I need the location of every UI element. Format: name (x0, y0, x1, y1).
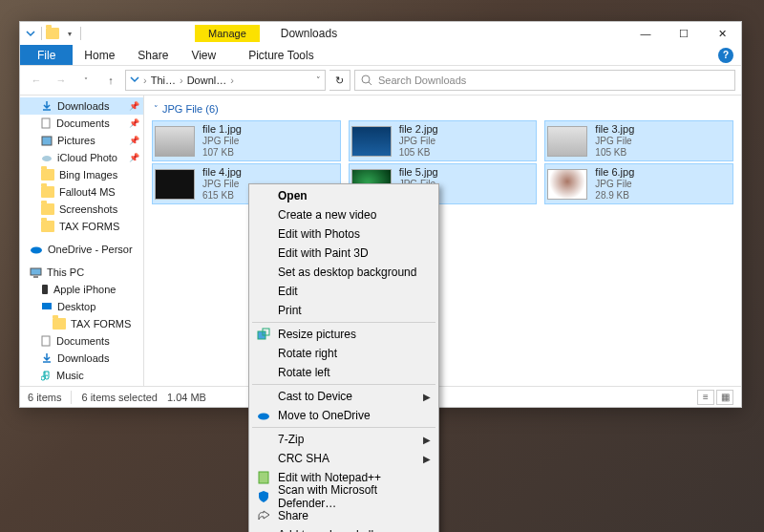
tiles-view-icon[interactable]: ▦ (716, 390, 733, 405)
chevron-down-icon[interactable]: ˅ (316, 75, 321, 85)
menu-edit-photos[interactable]: Edit with Photos (251, 224, 436, 244)
minimize-button[interactable]: — (626, 22, 665, 45)
file-grid: file 1.jpgJPG File107 KB file 2.jpgJPG F… (152, 120, 733, 204)
file-item[interactable]: file 1.jpgJPG File107 KB (152, 120, 341, 161)
context-menu: Open Create a new video Edit with Photos… (248, 183, 439, 532)
tab-file[interactable]: File (20, 45, 73, 65)
nav-iphone[interactable]: Apple iPhone (20, 281, 143, 298)
nav-fallout[interactable]: Fallout4 MS (20, 183, 143, 201)
tab-home[interactable]: Home (73, 45, 126, 65)
menu-resize-pictures[interactable]: Resize pictures (251, 325, 436, 344)
menu-rotate-left[interactable]: Rotate left (251, 363, 436, 382)
picture-icon (41, 136, 53, 146)
menu-label: Cast to Device (278, 390, 352, 403)
crumb-downloads[interactable]: Downl… (187, 74, 227, 86)
file-item[interactable]: file 3.jpgJPG File105 KB (544, 120, 733, 161)
search-input[interactable]: Search Downloads (354, 70, 735, 91)
maximize-button[interactable]: ☐ (665, 22, 703, 45)
nav-music[interactable]: Music (20, 367, 143, 384)
refresh-button[interactable]: ↻ (329, 70, 350, 91)
group-header[interactable]: ˅ JPG File (6) (152, 101, 733, 120)
nav-documents[interactable]: Documents📌 (20, 115, 143, 132)
svg-point-0 (362, 75, 370, 83)
window-controls: — ☐ ✕ (626, 22, 741, 45)
nav-label: Desktop (57, 301, 96, 312)
menu-rotate-right[interactable]: Rotate right (251, 344, 436, 363)
menu-7zip[interactable]: 7-Zip▶ (251, 430, 436, 449)
help-icon[interactable]: ? (718, 48, 733, 63)
nav-documents2[interactable]: Documents (20, 332, 143, 350)
file-name: file 3.jpg (595, 123, 634, 136)
submenu-arrow-icon: ▶ (423, 392, 431, 402)
music-icon (41, 370, 52, 381)
nav-desktop[interactable]: Desktop (20, 298, 143, 315)
menu-edit[interactable]: Edit (251, 282, 436, 301)
folder-icon (41, 186, 54, 198)
back-button[interactable]: ← (26, 70, 47, 91)
nav-label: Pictures (57, 135, 96, 146)
tab-picture-tools[interactable]: Picture Tools (237, 45, 325, 65)
nav-screenshots[interactable]: Screenshots (20, 201, 143, 218)
nav-onedrive[interactable]: OneDrive - Persor (20, 241, 143, 258)
nav-downloads[interactable]: Downloads📌 (20, 97, 143, 115)
nav-label: Downloads (57, 100, 109, 112)
tab-view[interactable]: View (180, 45, 227, 65)
chevron-right-icon[interactable]: › (230, 74, 234, 86)
onedrive-icon (30, 245, 43, 254)
close-button[interactable]: ✕ (703, 22, 741, 45)
overflow-icon[interactable]: ▾ (63, 27, 76, 40)
nav-label: Apple iPhone (53, 284, 116, 295)
menu-move-onedrive[interactable]: Move to OneDrive (251, 406, 436, 425)
titlebar: ▾ Manage Downloads — ☐ ✕ (20, 22, 741, 45)
menu-shared-album[interactable]: Add to a shared album▶ (251, 525, 436, 532)
file-item[interactable]: file 6.jpgJPG File28.9 KB (544, 163, 733, 204)
nav-pictures[interactable]: Pictures📌 (20, 132, 143, 149)
nav-label: Documents (56, 335, 110, 347)
down-arrow-icon[interactable] (130, 74, 139, 86)
menu-open[interactable]: Open (251, 186, 436, 205)
up-button[interactable]: ↑ (100, 70, 121, 91)
menu-cast[interactable]: Cast to Device▶ (251, 387, 436, 406)
file-name: file 5.jpg (399, 166, 438, 179)
chevron-right-icon[interactable]: › (180, 74, 183, 86)
menu-label: Edit with Paint 3D (278, 246, 369, 260)
file-type: JPG File (595, 136, 634, 147)
crumb-this-pc[interactable]: Thi… (151, 74, 176, 86)
address-bar[interactable]: › Thi… › Downl… › ˅ (125, 70, 326, 91)
nav-icloud[interactable]: iCloud Photo📌 (20, 149, 143, 166)
nav-this-pc[interactable]: This PC (20, 264, 143, 281)
menu-label: Resize pictures (278, 328, 356, 341)
svg-point-14 (258, 414, 269, 420)
document-icon (41, 335, 52, 347)
resize-icon (256, 327, 271, 342)
menu-label: Edit with Notepad++ (278, 471, 381, 484)
menu-print[interactable]: Print (251, 301, 436, 320)
thumbnail (351, 126, 392, 157)
file-view[interactable]: ˅ JPG File (6) file 1.jpgJPG File107 KB … (144, 96, 741, 386)
menu-set-background[interactable]: Set as desktop background (251, 263, 436, 282)
pin-icon: 📌 (129, 136, 139, 145)
file-name: file 1.jpg (202, 123, 242, 136)
down-arrow-icon[interactable] (24, 27, 37, 40)
file-item[interactable]: file 2.jpgJPG File105 KB (349, 120, 538, 161)
nav-taxforms2[interactable]: TAX FORMS (20, 315, 143, 332)
nav-pictures2[interactable]: Pictures (20, 384, 143, 386)
nav-downloads2[interactable]: Downloads (20, 350, 143, 367)
menu-create-video[interactable]: Create a new video (251, 205, 436, 224)
folder-icon (41, 203, 54, 215)
navigation-pane[interactable]: Downloads📌 Documents📌 Pictures📌 iCloud P… (20, 96, 144, 386)
folder-icon[interactable] (46, 27, 59, 40)
forward-button[interactable]: → (51, 70, 72, 91)
menu-paint3d[interactable]: Edit with Paint 3D (251, 244, 436, 263)
menu-share[interactable]: Share (251, 506, 436, 525)
menu-defender[interactable]: Scan with Microsoft Defender… (251, 487, 436, 506)
tab-share[interactable]: Share (126, 45, 180, 65)
chevron-down-icon[interactable]: ˅ (154, 104, 159, 114)
details-view-icon[interactable]: ≡ (697, 390, 714, 405)
download-icon (41, 100, 53, 112)
nav-taxforms[interactable]: TAX FORMS (20, 218, 143, 235)
nav-bing[interactable]: Bing Images (20, 166, 143, 183)
recent-dropdown[interactable]: ˅ (75, 70, 96, 91)
menu-crc-sha[interactable]: CRC SHA▶ (251, 449, 436, 468)
chevron-right-icon[interactable]: › (143, 74, 147, 86)
